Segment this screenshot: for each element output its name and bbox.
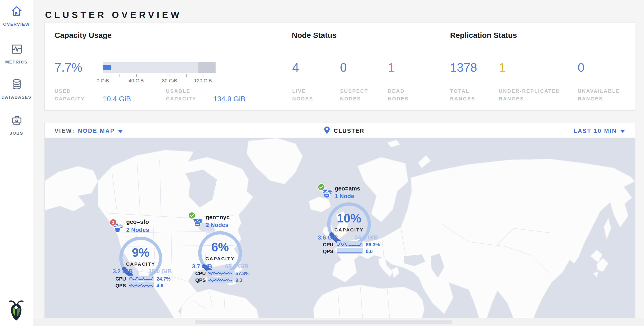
unavailable-ranges-label: UNAVAILABLERANGES xyxy=(578,87,620,103)
view-label: VIEW: xyxy=(54,128,75,134)
live-nodes-label: LIVENODES xyxy=(292,87,313,103)
under-replicated-ranges-count: 1 xyxy=(499,62,506,74)
axis-tick-label: 80 GiB xyxy=(158,78,181,83)
total-capacity-value: 34.3 GiB xyxy=(353,234,380,241)
qps-sparkline xyxy=(208,277,233,283)
breadcrumb-cluster[interactable]: CLUSTER xyxy=(334,128,364,134)
healthy-check-icon xyxy=(318,183,325,191)
briefcase-icon xyxy=(10,114,22,126)
dead-nodes-count: 1 xyxy=(388,62,394,74)
used-capacity-value: 3.6 GiB xyxy=(314,234,342,241)
capacity-bar xyxy=(103,62,216,73)
used-capacity-value: 3.2 GiB xyxy=(109,268,136,275)
qps-sparkline xyxy=(337,248,362,254)
replication-status-title: Replication Status xyxy=(450,31,517,40)
error-badge-icon: 1 xyxy=(110,219,117,226)
used-capacity-value: 10.4 GiB xyxy=(103,95,131,103)
capacity-bar-used-segment xyxy=(103,65,112,70)
axis-tick-label: 40 GiB xyxy=(125,78,148,83)
world-map[interactable]: 1 geo=sfo 2 Nodes 9% xyxy=(45,138,635,318)
capacity-bar-reserved-segment xyxy=(198,62,216,73)
dead-nodes-label: DEADNODES xyxy=(388,87,409,103)
total-capacity-value: 35.0 GiB xyxy=(146,268,174,275)
usable-capacity-label: USABLECAPACITY xyxy=(166,87,196,103)
metrics-icon xyxy=(10,43,22,55)
total-ranges-count: 1378 xyxy=(450,62,477,74)
cockroachdb-logo[interactable] xyxy=(8,300,24,323)
sidebar-item-metrics[interactable]: METRICS xyxy=(0,43,33,64)
cpu-sparkline xyxy=(337,241,362,247)
suspect-nodes-count: 0 xyxy=(340,62,347,74)
usable-capacity-value: 134.9 GiB xyxy=(213,95,245,103)
total-ranges-label: TOTALRANGES xyxy=(450,87,475,103)
suspect-nodes-label: SUSPECTNODES xyxy=(340,87,368,103)
bottom-scroll-area xyxy=(33,318,644,326)
cluster-overview-page: OVERVIEW METRICS DATABASES xyxy=(0,0,644,326)
capacity-usage-title: Capacity Usage xyxy=(54,31,112,40)
axis-tick-label: 120 GiB xyxy=(192,78,214,83)
database-icon xyxy=(10,78,22,90)
cluster-summary-panel: Capacity Usage 7.7% 0 GiB 40 GiB 80 GiB … xyxy=(44,22,636,111)
time-range-dropdown[interactable]: LAST 10 MIN xyxy=(574,128,617,134)
sidebar-item-databases[interactable]: DATABASES xyxy=(0,78,33,100)
cpu-sparkline xyxy=(208,270,233,276)
capacity-percent: 7.7% xyxy=(54,62,82,74)
total-capacity-value: 65.6 GiB xyxy=(223,263,250,270)
used-capacity-value: 3.7 GiB xyxy=(188,263,216,270)
axis-tick-label: 0 GiB xyxy=(92,78,114,83)
node-map-panel: VIEW: NODE MAP CLUSTER LAST 10 MIN xyxy=(44,123,636,318)
under-replicated-ranges-label: UNDER-REPLICATEDRANGES xyxy=(499,87,560,103)
node-status-title: Node Status xyxy=(292,31,336,40)
horizontal-scrollbar-thumb[interactable] xyxy=(195,320,452,324)
sidebar-item-label: JOBS xyxy=(0,131,33,136)
sidebar-item-label: METRICS xyxy=(0,59,33,64)
sidebar-item-overview[interactable]: OVERVIEW xyxy=(0,5,33,26)
map-pin-icon xyxy=(323,126,330,136)
view-dropdown[interactable]: NODE MAP xyxy=(78,128,115,134)
healthy-check-icon xyxy=(188,212,196,219)
unavailable-ranges-count: 0 xyxy=(578,62,584,74)
sidebar: OVERVIEW METRICS DATABASES xyxy=(0,0,33,326)
sidebar-item-label: OVERVIEW xyxy=(0,22,33,26)
sidebar-item-jobs[interactable]: JOBS xyxy=(0,114,33,136)
page-title: CLUSTER OVERVIEW xyxy=(45,10,182,20)
map-toolbar: VIEW: NODE MAP CLUSTER LAST 10 MIN xyxy=(45,123,635,139)
used-capacity-label: USEDCAPACITY xyxy=(54,87,85,103)
live-nodes-count: 4 xyxy=(292,62,299,74)
chevron-down-icon[interactable] xyxy=(620,128,625,134)
sidebar-item-label: DATABASES xyxy=(0,95,33,100)
cpu-sparkline xyxy=(128,276,154,281)
home-icon xyxy=(10,5,22,17)
chevron-down-icon[interactable] xyxy=(118,128,122,134)
qps-sparkline xyxy=(128,282,154,288)
